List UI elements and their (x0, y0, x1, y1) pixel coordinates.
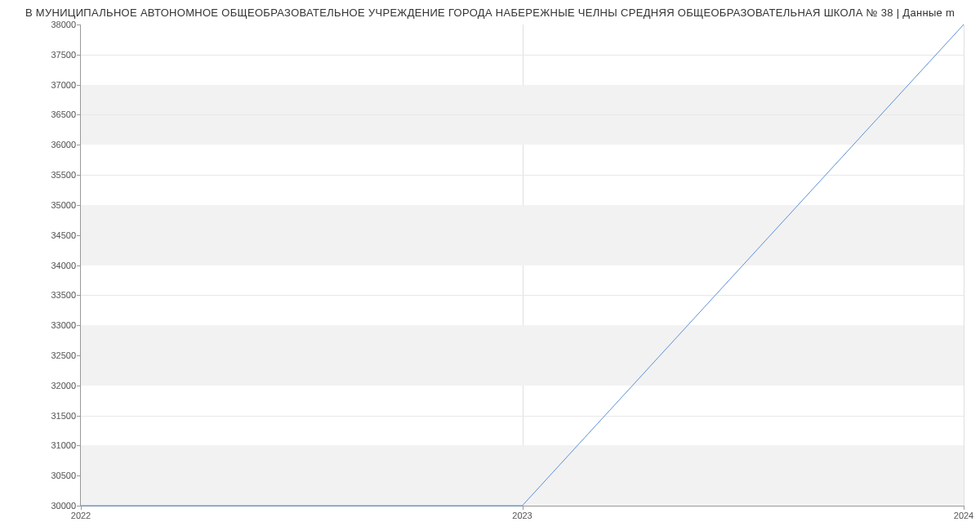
y-tick-label: 36000 (51, 140, 76, 149)
plot-area: 3000030500310003150032000325003300033500… (80, 25, 964, 506)
y-tick-mark (77, 295, 81, 296)
y-tick-mark (77, 85, 81, 86)
y-tick-label: 36500 (51, 109, 76, 119)
data-line (81, 25, 964, 506)
y-tick-label: 32000 (51, 381, 76, 390)
y-tick-label: 30500 (51, 471, 76, 480)
y-tick-label: 35000 (51, 200, 76, 210)
y-tick-mark (77, 175, 81, 176)
x-tick-label: 2024 (954, 511, 973, 520)
y-tick-label: 31000 (51, 440, 76, 450)
x-tick-mark (523, 506, 523, 510)
y-tick-mark (77, 114, 81, 115)
y-tick-mark (77, 25, 81, 25)
y-tick-label: 32500 (51, 350, 76, 360)
y-tick-mark (77, 55, 81, 56)
chart-container: В МУНИЦИПАЛЬНОЕ АВТОНОМНОЕ ОБЩЕОБРАЗОВАТ… (0, 0, 980, 531)
x-tick-mark (964, 506, 964, 510)
x-tick-label: 2022 (71, 511, 91, 520)
y-tick-label: 33500 (51, 290, 76, 300)
y-tick-mark (77, 355, 81, 356)
y-tick-mark (77, 445, 81, 446)
y-tick-mark (77, 205, 81, 206)
x-tick-mark (81, 506, 82, 510)
y-tick-mark (77, 416, 81, 417)
y-tick-label: 30000 (51, 501, 76, 511)
y-tick-label: 35500 (51, 170, 76, 180)
chart-title: В МУНИЦИПАЛЬНОЕ АВТОНОМНОЕ ОБЩЕОБРАЗОВАТ… (0, 0, 980, 22)
y-tick-label: 33000 (51, 320, 76, 330)
chart-line-svg (81, 25, 964, 506)
y-tick-label: 37500 (51, 50, 76, 60)
y-tick-label: 31500 (51, 411, 76, 421)
y-tick-mark (77, 475, 81, 476)
x-grid-line (964, 25, 964, 506)
y-tick-label: 38000 (51, 20, 76, 29)
y-tick-label: 34500 (51, 230, 76, 240)
y-tick-mark (77, 325, 81, 326)
y-tick-mark (77, 145, 81, 145)
y-tick-label: 37000 (51, 80, 76, 90)
y-tick-mark (77, 235, 81, 236)
y-tick-mark (77, 386, 81, 386)
x-tick-label: 2023 (512, 511, 532, 520)
y-tick-label: 34000 (51, 261, 76, 270)
y-tick-mark (77, 266, 81, 266)
